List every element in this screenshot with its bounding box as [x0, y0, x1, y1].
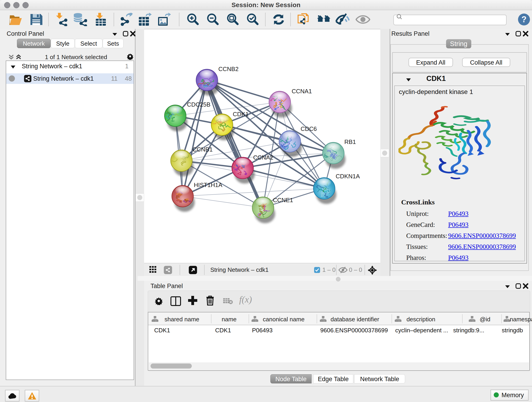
svg-text:HIST1H1A: HIST1H1A [194, 182, 222, 188]
svg-text:RB1: RB1 [344, 138, 356, 145]
svg-text:CCNE1: CCNE1 [273, 197, 293, 204]
svg-text:CCNA1: CCNA1 [292, 88, 312, 95]
svg-text:CDC25B: CDC25B [187, 101, 210, 108]
svg-text:CDC6: CDC6 [301, 125, 317, 132]
svg-text:CCNB1: CCNB1 [192, 146, 213, 153]
svg-text:CDKN1A: CDKN1A [336, 173, 360, 180]
svg-text:CDK1: CDK1 [233, 111, 249, 118]
svg-text:?: ? [521, 15, 526, 24]
svg-text:CCNA2: CCNA2 [253, 154, 273, 161]
svg-text:CCNB2: CCNB2 [218, 65, 239, 72]
